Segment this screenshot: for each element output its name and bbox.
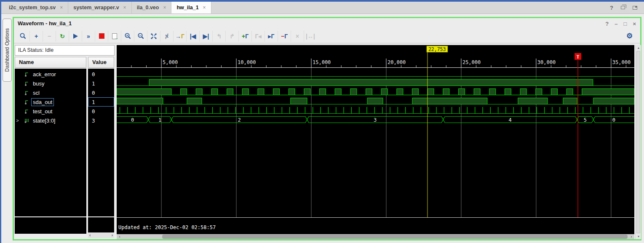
scrollbar-thumb[interactable]: [162, 235, 628, 239]
zoom-out-icon[interactable]: −: [134, 31, 147, 42]
stop-trigger-icon[interactable]: [95, 31, 108, 42]
maximize-window-icon[interactable]: [633, 6, 637, 10]
next-marker-icon[interactable]: ▸Г: [265, 31, 278, 42]
svg-text:0: 0: [131, 117, 134, 123]
signal-value-scl[interactable]: 0: [88, 88, 114, 97]
editor-tab-ila_0.veo[interactable]: ila_0.veo×: [132, 2, 172, 13]
scroll-left-icon[interactable]: ‹: [117, 234, 123, 239]
wave-vertical-scrollbar[interactable]: ▴ ▾: [635, 45, 641, 239]
goto-start-icon[interactable]: |◀: [186, 31, 199, 42]
svg-text:T: T: [577, 54, 580, 60]
tab-close-icon[interactable]: ×: [123, 5, 126, 11]
waveform-toolbar: +−↻»→+−×→Г|◀▶|↰↱+ГГ◂▸Г−Г×|↔|⚙: [14, 29, 640, 43]
rerun-trigger-icon[interactable]: ↻: [56, 31, 69, 42]
dashboard-options-label: Dashboard Options: [4, 28, 10, 72]
add-icon[interactable]: +: [29, 31, 43, 42]
expand-icon[interactable]: >: [15, 118, 20, 123]
wave-horizontal-scrollbar[interactable]: ‹ ›: [117, 234, 634, 239]
scroll-right-icon[interactable]: ›: [112, 233, 113, 238]
bit-signal-icon: [24, 80, 29, 86]
add-marker-icon[interactable]: +Г: [238, 31, 251, 42]
tab-close-icon[interactable]: ×: [60, 5, 63, 11]
tab-label: i2c_system_top.sv: [9, 5, 56, 11]
delete-icon[interactable]: ×: [291, 31, 304, 42]
signal-name-label: busy: [31, 80, 46, 88]
trigger-position-icon[interactable]: ×: [160, 31, 173, 42]
dashboard-options-tab[interactable]: Dashboard Options: [3, 19, 12, 82]
svg-text:1: 1: [158, 117, 161, 123]
svg-text:5,000: 5,000: [163, 59, 178, 65]
editor-tab-i2c_system_top.sv[interactable]: i2c_system_top.sv×: [4, 2, 68, 13]
editor-tab-bar: i2c_system_top.sv×system_wrapper.v×ila_0…: [1, 2, 644, 14]
zoom-fit-icon[interactable]: [147, 31, 160, 42]
signal-value-busy[interactable]: 1: [88, 79, 114, 88]
tab-close-icon[interactable]: ×: [163, 5, 166, 11]
signal-row-state[3:0][interactable]: >state[3:0]: [15, 116, 86, 125]
signal-row-sda_out[interactable]: sda_out: [15, 97, 86, 107]
tab-close-icon[interactable]: ×: [203, 5, 206, 11]
wave-canvas[interactable]: 5,00010,00015,00020,00025,00030,00035,00…: [117, 45, 634, 234]
value-column-scrollbar[interactable]: ‹ ›: [88, 232, 114, 238]
tab-label: ila_0.veo: [137, 5, 159, 11]
next-view-icon[interactable]: ↱: [225, 31, 238, 42]
signal-name-label: test_out: [31, 107, 54, 115]
settings-icon[interactable]: ⚙: [623, 31, 636, 42]
name-column-header[interactable]: Name: [15, 57, 86, 68]
scroll-down-icon[interactable]: ▾: [636, 234, 641, 239]
float-window-icon[interactable]: [621, 6, 625, 9]
editor-tab-system_wrapper.v[interactable]: system_wrapper.v×: [68, 2, 131, 13]
editor-tab-strip: i2c_system_top.sv×system_wrapper.v×ila_0…: [1, 2, 211, 13]
signal-row-busy[interactable]: busy: [15, 79, 86, 88]
svg-text:4: 4: [509, 117, 512, 123]
export-data-icon[interactable]: →: [108, 31, 121, 42]
bit-signal-icon: [24, 71, 29, 77]
signal-value-ack_error[interactable]: 0: [88, 69, 114, 79]
signal-value-panel-footer: [88, 217, 114, 232]
updated-at-text: Updated at: 2025-Dec-02 02:58:57: [118, 224, 216, 230]
editor-tab-hw_ila_1[interactable]: hw_ila_1×: [171, 2, 211, 13]
ila-status: ILA Status: Idle: [15, 45, 115, 56]
goto-end-icon[interactable]: ▶|: [199, 31, 212, 42]
svg-text:20,000: 20,000: [387, 59, 406, 65]
zoom-in-icon[interactable]: +: [121, 31, 134, 42]
svg-text:25,000: 25,000: [462, 59, 481, 65]
signal-value-state[3:0][interactable]: 3: [88, 116, 114, 125]
find-icon[interactable]: [16, 31, 29, 42]
run-trigger-icon[interactable]: [69, 31, 82, 42]
svg-text:−: −: [139, 34, 141, 37]
scroll-right-icon[interactable]: ›: [628, 234, 634, 239]
delete-marker-icon[interactable]: −Г: [278, 31, 291, 42]
signal-name-panel: ack_errorbusysclsda_outtest_out>state[3:…: [15, 69, 86, 216]
svg-text:2: 2: [238, 117, 240, 123]
bit-signal-icon: [24, 108, 29, 114]
signal-row-scl[interactable]: scl: [15, 88, 86, 97]
signal-row-test_out[interactable]: test_out: [15, 107, 86, 116]
run-trigger-immediate-icon[interactable]: »: [82, 31, 95, 42]
swap-markers-icon[interactable]: |↔|: [304, 31, 317, 42]
help-icon[interactable]: ?: [610, 5, 613, 11]
previous-marker-icon[interactable]: Г◂: [251, 31, 265, 42]
goto-trigger-icon[interactable]: →Г: [173, 31, 186, 42]
svg-text:22,753: 22,753: [428, 46, 446, 52]
tab-bar-window-icons: ?: [610, 2, 637, 13]
bus-signal-icon: [24, 117, 29, 123]
svg-text:35,000: 35,000: [612, 59, 631, 65]
svg-text:+: +: [126, 34, 128, 37]
value-column-header[interactable]: Value: [88, 57, 114, 68]
previous-view-icon[interactable]: ↰: [212, 31, 225, 42]
help-icon[interactable]: ?: [605, 21, 609, 27]
signal-value-test_out[interactable]: 0: [88, 107, 114, 116]
remove-icon[interactable]: −: [43, 31, 56, 42]
scroll-left-icon[interactable]: ‹: [89, 233, 91, 238]
close-icon[interactable]: ×: [633, 21, 636, 27]
maximize-icon[interactable]: □: [624, 21, 627, 27]
signal-name-label: scl: [31, 89, 41, 97]
svg-text:3: 3: [374, 117, 377, 123]
svg-text:30,000: 30,000: [537, 59, 556, 65]
waveform-plot[interactable]: 5,00010,00015,00020,00025,00030,00035,00…: [117, 45, 634, 234]
scrollbar-thumb[interactable]: [636, 51, 640, 233]
scroll-up-icon[interactable]: ▴: [636, 45, 641, 51]
minimize-icon[interactable]: –: [615, 21, 617, 27]
signal-row-ack_error[interactable]: ack_error: [15, 69, 86, 79]
signal-value-sda_out[interactable]: 1: [88, 97, 114, 107]
